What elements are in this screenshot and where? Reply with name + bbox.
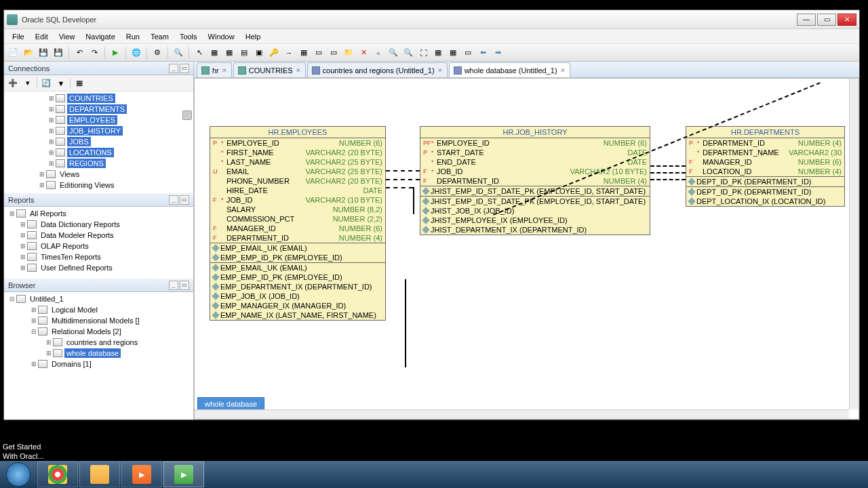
start-button[interactable] [0, 461, 37, 488]
entity-employees[interactable]: HR.EMPLOYEES P*EMPLOYEE_IDNUMBER (6)*FIR… [210, 126, 386, 321]
tree-item[interactable]: ⊞Domains [1] [5, 359, 192, 369]
panel-max-icon[interactable]: ▭ [180, 64, 189, 73]
tree-item[interactable]: ⊞Editioning Views [5, 180, 192, 190]
delete-icon[interactable]: ✕ [357, 46, 370, 60]
tree-item[interactable]: ⊞Multidimensional Models [] [5, 315, 192, 326]
browser-tree[interactable]: ⊟Untitled_1⊞Logical Model⊞Multidimension… [4, 292, 193, 420]
find-icon[interactable]: 🔍 [172, 46, 185, 60]
new-conn-icon[interactable]: ➕ [7, 77, 19, 89]
tab-close-icon[interactable]: ✕ [560, 67, 566, 74]
tree-item[interactable]: ⊞Views [5, 169, 192, 180]
titlebar[interactable]: Oracle SQL Developer — ▭ ✕ [4, 10, 859, 29]
tree-item[interactable]: ⊟Relational Models [2] [5, 326, 192, 337]
menu-view[interactable]: View [54, 30, 81, 43]
arrow-icon[interactable]: → [282, 46, 296, 60]
tree-item[interactable]: ⊞REGIONS [5, 158, 192, 169]
cursor-icon[interactable]: ↖ [193, 46, 206, 60]
tree-item[interactable]: ⊞DEPARTMENTS [5, 104, 192, 115]
minimize-button[interactable]: — [797, 14, 816, 26]
panel-min-icon[interactable]: _ [169, 281, 178, 290]
tree-item[interactable]: ⊞Data Modeler Reports [5, 230, 192, 241]
split-icon[interactable]: ▤ [237, 46, 251, 60]
tree-item[interactable]: ⊞All Reports [5, 208, 192, 219]
menu-navigate[interactable]: Navigate [80, 30, 120, 43]
zoomin-icon[interactable]: 🔍 [387, 46, 400, 60]
region-icon[interactable]: ▣ [252, 46, 266, 60]
document-tab[interactable]: COUNTRIES✕ [233, 62, 306, 77]
tree-item[interactable]: ⊞whole database [5, 348, 192, 359]
menu-file[interactable]: File [7, 30, 30, 43]
note-icon[interactable]: ▭ [312, 46, 326, 60]
menu-tools[interactable]: Tools [174, 30, 203, 43]
panel-max-icon[interactable]: ▭ [180, 195, 189, 205]
tree-item[interactable]: ⊞Logical Model [5, 304, 192, 315]
tree-item[interactable]: ⊞User Defined Reports [5, 262, 192, 273]
taskbar[interactable]: ▶ ▶ [0, 461, 868, 488]
document-tab[interactable]: countries and regions (Untitled_1)✕ [307, 62, 448, 77]
taskbar-explorer[interactable] [79, 462, 120, 487]
fit-icon[interactable]: ⛶ [416, 46, 430, 60]
zoomout-icon[interactable]: 🔍 [401, 46, 415, 60]
taskbar-chrome[interactable] [37, 462, 78, 487]
menu-team[interactable]: Team [145, 30, 174, 43]
refresh-conn-icon[interactable]: 🔄 [40, 77, 52, 89]
menu-edit[interactable]: Edit [30, 30, 54, 43]
tree-item[interactable]: ⊞LOCATIONS [5, 147, 192, 158]
entity-departments[interactable]: HR.DEPARTMENTS P*DEPARTMENT_IDNUMBER (4)… [686, 126, 845, 207]
folder-icon[interactable]: 📁 [342, 46, 355, 60]
subview-icon[interactable]: ▦ [431, 46, 445, 60]
conn-icon[interactable]: ▾ [22, 77, 34, 89]
key-icon[interactable]: 🔑 [267, 46, 281, 60]
tree-item[interactable]: ⊟Untitled_1 [5, 293, 192, 304]
forward-icon[interactable]: ➡ [491, 46, 505, 60]
close-button[interactable]: ✕ [837, 14, 856, 26]
menu-help[interactable]: Help [240, 30, 267, 43]
reports-header[interactable]: Reports _▭ [4, 193, 193, 207]
diagram-canvas[interactable]: HR.EMPLOYEES P*EMPLOYEE_IDNUMBER (6)*FIR… [194, 78, 859, 420]
menu-window[interactable]: Window [203, 30, 240, 43]
tab-close-icon[interactable]: ✕ [437, 67, 443, 74]
grid-icon[interactable]: ▦ [208, 46, 221, 60]
panel-max-icon[interactable]: ▭ [180, 281, 189, 290]
scrollbar-thumb[interactable] [182, 110, 192, 120]
sql-icon[interactable]: ⚙ [151, 46, 164, 60]
reports-tree[interactable]: ⊞All Reports⊞Data Dictionary Reports⊞Dat… [4, 207, 193, 279]
tab-close-icon[interactable]: ✕ [222, 67, 227, 74]
tree-item[interactable]: ⊞COUNTRIES [5, 93, 192, 104]
redo-icon[interactable]: ↷ [87, 46, 101, 60]
tree-item[interactable]: ⊞TimesTen Reports [5, 251, 192, 262]
browser-header[interactable]: Browser _▭ [4, 279, 193, 292]
schema-icon[interactable]: ▦ [73, 77, 85, 89]
canvas-tab[interactable]: whole database [197, 397, 264, 411]
scrollbar-vertical[interactable] [849, 79, 859, 409]
globe-icon[interactable]: 🌐 [130, 46, 143, 60]
panel-min-icon[interactable]: _ [169, 64, 178, 73]
display-icon[interactable]: ▦ [446, 46, 460, 60]
connections-tree[interactable]: ⊞COUNTRIES⊞DEPARTMENTS⊞EMPLOYEES⊞JOB_HIS… [4, 92, 193, 193]
first-icon[interactable]: « [372, 46, 385, 60]
taskbar-sqldeveloper[interactable]: ▶ [163, 462, 204, 487]
taskbar-media[interactable]: ▶ [121, 462, 162, 487]
panel-min-icon[interactable]: _ [169, 195, 178, 205]
tree-item[interactable]: ⊞Data Dictionary Reports [5, 219, 192, 230]
open-icon[interactable]: 📂 [22, 46, 35, 60]
new-icon[interactable]: 📄 [7, 46, 20, 60]
tree-item[interactable]: ⊞OLAP Reports [5, 241, 192, 251]
tree-item[interactable]: ⊞EMPLOYEES [5, 115, 192, 125]
save-icon[interactable]: 💾 [37, 46, 50, 60]
layout-icon[interactable]: ▦ [297, 46, 311, 60]
view-icon[interactable]: ▦ [222, 46, 236, 60]
scrollbar-horizontal[interactable] [195, 409, 849, 419]
back-icon[interactable]: ⬅ [476, 46, 490, 60]
tree-item[interactable]: ⊞JOBS [5, 136, 192, 147]
tree-item[interactable]: ⊞JOB_HISTORY [5, 125, 192, 136]
menu-run[interactable]: Run [121, 30, 145, 43]
tab-close-icon[interactable]: ✕ [296, 67, 301, 74]
connections-header[interactable]: Connections _▭ [4, 62, 193, 75]
saveall-icon[interactable]: 💾 [52, 46, 65, 60]
entity-job-history[interactable]: HR.JOB_HISTORY PF*EMPLOYEE_IDNUMBER (6)P… [420, 126, 650, 235]
filter-icon[interactable]: ▼ [55, 77, 67, 89]
image-icon[interactable]: ▭ [327, 46, 340, 60]
maximize-button[interactable]: ▭ [817, 14, 836, 26]
document-tab[interactable]: whole database (Untitled_1)✕ [449, 62, 570, 77]
